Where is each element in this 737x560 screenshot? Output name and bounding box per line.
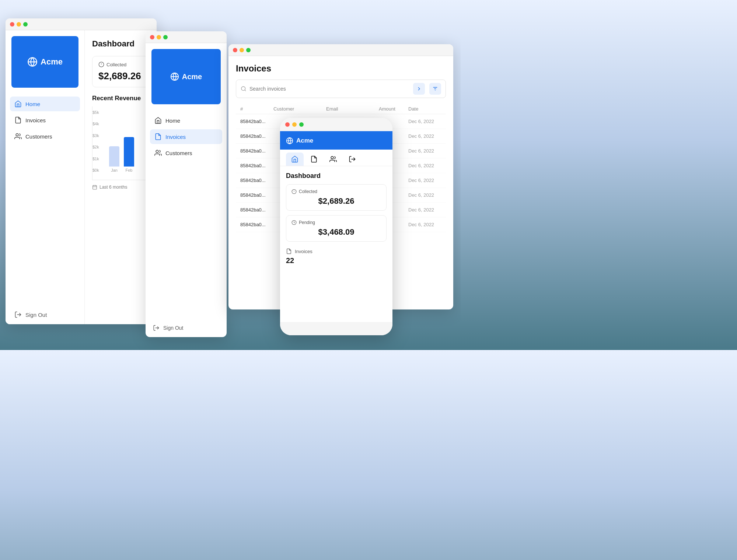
close-dot-mid[interactable] (150, 35, 154, 39)
close-dot-mob[interactable] (285, 122, 290, 127)
mobile-pending-value: $3,468.09 (291, 227, 381, 237)
mobile-titlebar (280, 118, 392, 131)
svg-rect-7 (93, 185, 97, 189)
svg-line-16 (245, 90, 246, 91)
filter-icon (432, 86, 438, 92)
close-dot-inv[interactable] (233, 48, 237, 52)
page-title-back: Dashboard (92, 39, 149, 49)
mobile-invoices-count: 22 (286, 256, 387, 265)
mobile-brand-name: Acme (296, 137, 313, 144)
mobile-brand-header: Acme (280, 131, 392, 150)
mobile-nav-customers[interactable] (324, 153, 342, 166)
nav-label-home-back: Home (25, 101, 40, 107)
stat-card-collected-back: Collected $2,689.26 (92, 56, 149, 87)
brand-logo-mid: Acme (151, 49, 221, 104)
signout-mid[interactable]: Sign Out (146, 319, 227, 337)
sidebar-item-home-mid[interactable]: Home (150, 113, 222, 128)
mobile-window: Acme Dashboard Collected $2, (280, 118, 392, 335)
chart-y-labels: $5k $4k $3k $2k $1k $0k (92, 110, 99, 172)
search-next-button[interactable] (413, 83, 425, 95)
win2-body: Acme Home Invoices Customers Sign Out (146, 43, 227, 337)
chart-bar-feb: Feb (124, 137, 134, 172)
chart-footer-label: Last 6 months (99, 185, 127, 190)
close-dot[interactable] (10, 22, 14, 27)
mobile-dashboard-title: Dashboard (286, 172, 387, 180)
search-icon (241, 86, 247, 92)
minimize-dot-inv[interactable] (240, 48, 244, 52)
mobile-stat-pending: Pending $3,468.09 (286, 215, 387, 242)
svg-point-15 (241, 87, 245, 91)
mobile-dashboard-content: Dashboard Collected $2,689.26 Pending $3… (280, 166, 392, 322)
mobile-pending-label: Pending (291, 220, 381, 225)
sidebar-item-invoices-back[interactable]: Invoices (10, 113, 80, 127)
nav-mid: Home Invoices Customers (146, 110, 227, 319)
search-input[interactable] (249, 86, 410, 92)
nav-label-customers-mid: Customers (165, 150, 192, 156)
window-titlebar-middle (146, 31, 227, 43)
chart-footer: Last 6 months (92, 185, 149, 190)
mobile-invoices-section: Invoices (286, 246, 387, 256)
brand-name-back: Acme (41, 57, 63, 67)
stat-label-collected-back: Collected (98, 62, 143, 67)
window-titlebar-inv (228, 44, 453, 56)
stat-value-collected-back: $2,689.26 (98, 70, 143, 82)
col-header-amount: Amount (379, 106, 408, 112)
arrow-right-icon (416, 86, 422, 92)
minimize-dot-mob[interactable] (292, 122, 297, 127)
sidebar-item-home-back[interactable]: Home (10, 97, 80, 111)
mobile-nav-home[interactable] (286, 153, 304, 166)
sidebar-window-middle: Acme Home Invoices Customers Sign Out (146, 31, 227, 337)
search-filter-button[interactable] (429, 83, 441, 95)
globe-icon-mobile (286, 137, 293, 144)
mobile-invoices-label: Invoices (295, 249, 312, 254)
search-bar[interactable] (236, 80, 446, 98)
section-title-revenue-back: Recent Revenue (92, 95, 149, 102)
mobile-collected-label: Collected (291, 189, 381, 194)
col-header-date: Date (408, 106, 441, 112)
nav-label-invoices-back: Invoices (25, 117, 46, 123)
nav-back: Home Invoices Customers (6, 94, 84, 305)
brand-logo-back: Acme (11, 36, 78, 88)
mobile-collected-value: $2,689.26 (291, 196, 381, 206)
nav-label-invoices-mid: Invoices (165, 134, 186, 140)
svg-point-22 (331, 157, 333, 159)
sidebar-item-invoices-mid[interactable]: Invoices (150, 129, 222, 144)
maximize-dot[interactable] (23, 22, 28, 27)
mobile-stat-collected: Collected $2,689.26 (286, 184, 387, 211)
sidebar-item-customers-back[interactable]: Customers (10, 129, 80, 144)
signout-label-back: Sign Out (25, 312, 47, 318)
col-header-email: Email (326, 106, 379, 112)
mobile-nav-invoices[interactable] (305, 153, 323, 166)
maximize-dot-inv[interactable] (246, 48, 251, 52)
revenue-chart-back: $5k $4k $3k $2k $1k $0k Jan Feb (92, 106, 149, 180)
invoices-icon-mobile (286, 248, 292, 254)
mobile-bottom-bar (280, 322, 392, 335)
minimize-dot[interactable] (17, 22, 21, 27)
table-header: # Customer Email Amount Date (236, 104, 446, 114)
maximize-dot-mid[interactable] (163, 35, 168, 39)
mobile-nav (280, 150, 392, 166)
sidebar-item-customers-mid[interactable]: Customers (150, 146, 222, 160)
col-header-id: # (240, 106, 273, 112)
maximize-dot-mob[interactable] (299, 122, 304, 127)
nav-label-customers-back: Customers (25, 133, 52, 140)
nav-label-home-mid: Home (165, 118, 180, 124)
signout-label-mid: Sign Out (163, 325, 183, 331)
desktop-window-back: Acme Home Invoices Customers Sign Out (6, 18, 157, 324)
mobile-nav-signout[interactable] (343, 153, 361, 166)
mobile-body: Acme Dashboard Collected $2, (280, 131, 392, 335)
svg-point-2 (16, 134, 18, 136)
sidebar-back: Acme Home Invoices Customers Sign Out (6, 30, 85, 324)
minimize-dot-mid[interactable] (157, 35, 161, 39)
signout-back[interactable]: Sign Out (6, 305, 84, 324)
col-header-customer: Customer (273, 106, 326, 112)
window-titlebar-back (6, 18, 157, 30)
svg-point-13 (156, 150, 158, 153)
chart-bar-jan: Jan (109, 146, 119, 172)
chart-bars: Jan Feb (105, 110, 149, 172)
invoices-title: Invoices (236, 63, 446, 74)
brand-name-mid: Acme (182, 73, 202, 81)
